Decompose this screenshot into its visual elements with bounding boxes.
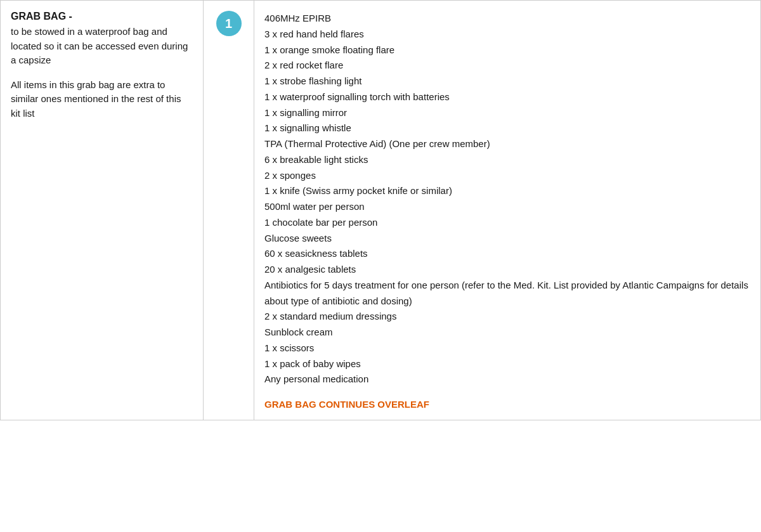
list-item: 1 x scissors bbox=[264, 341, 750, 356]
list-item: Glucose sweets bbox=[264, 231, 750, 247]
list-item: Antibiotics for 5 days treatment for one… bbox=[264, 278, 750, 309]
list-item: 6 x breakable light sticks bbox=[264, 152, 750, 168]
list-item: 1 chocolate bar per person bbox=[264, 215, 750, 231]
number-cell: 1 bbox=[204, 1, 254, 420]
items-cell: 406MHz EPIRB3 x red hand held flares1 x … bbox=[254, 1, 761, 420]
list-item: 3 x red hand held flares bbox=[264, 27, 750, 42]
description-body-1: to be stowed in a waterproof bag and loc… bbox=[11, 25, 193, 68]
circle-number: 1 bbox=[216, 11, 242, 36]
list-item: 1 x pack of baby wipes bbox=[264, 356, 750, 372]
grab-bag-title: GRAB BAG - bbox=[11, 11, 193, 22]
main-table: GRAB BAG - to be stowed in a waterproof … bbox=[0, 0, 761, 420]
list-item: 406MHz EPIRB bbox=[264, 11, 750, 27]
list-item: 60 x seasickness tablets bbox=[264, 246, 750, 262]
list-item: 2 x sponges bbox=[264, 168, 750, 184]
description-cell: GRAB BAG - to be stowed in a waterproof … bbox=[1, 1, 204, 420]
list-item: 2 x red rocket flare bbox=[264, 58, 750, 74]
continues-overleaf: GRAB BAG CONTINUES OVERLEAF bbox=[264, 399, 750, 410]
list-item: 1 x signalling mirror bbox=[264, 105, 750, 121]
description-body-2: All items in this grab bag are extra to … bbox=[11, 78, 193, 121]
list-item: Sunblock cream bbox=[264, 325, 750, 341]
items-list: 406MHz EPIRB3 x red hand held flares1 x … bbox=[264, 11, 750, 387]
list-item: 1 x orange smoke floating flare bbox=[264, 42, 750, 58]
list-item: 1 x waterproof signalling torch with bat… bbox=[264, 89, 750, 105]
list-item: 1 x knife (Swiss army pocket knife or si… bbox=[264, 183, 750, 199]
list-item: 1 x strobe flashing light bbox=[264, 74, 750, 89]
list-item: 1 x signalling whistle bbox=[264, 120, 750, 136]
list-item: TPA (Thermal Protective Aid) (One per cr… bbox=[264, 136, 750, 152]
list-item: 2 x standard medium dressings bbox=[264, 309, 750, 325]
list-item: Any personal medication bbox=[264, 372, 750, 387]
list-item: 500ml water per person bbox=[264, 199, 750, 215]
list-item: 20 x analgesic tablets bbox=[264, 262, 750, 278]
